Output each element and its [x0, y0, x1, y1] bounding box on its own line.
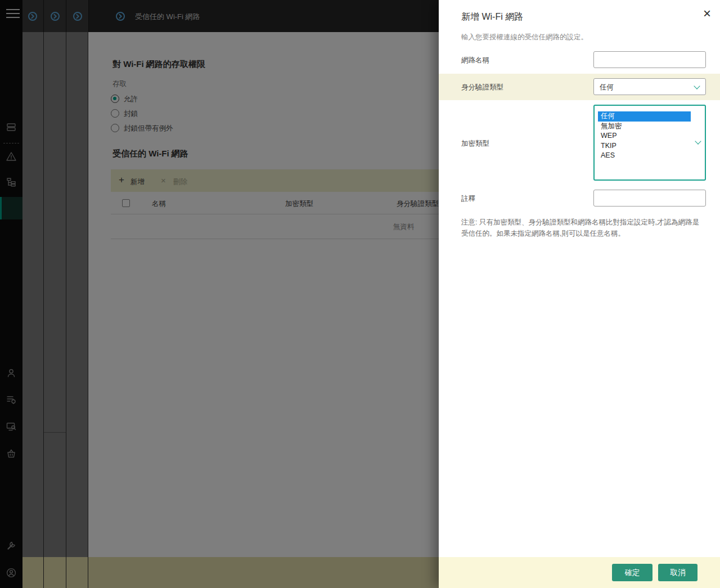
add-wifi-drawer: 新增 Wi-Fi 網路 × 輸入您要授權連線的受信任網路的設定。 網路名稱 身分…	[439, 0, 720, 588]
comment-input[interactable]	[593, 190, 706, 207]
chevron-down-icon	[695, 138, 701, 144]
cancel-button[interactable]: 取消	[658, 564, 698, 581]
drawer-title: 新增 Wi-Fi 網路	[461, 11, 523, 23]
encryption-type-label: 加密類型	[461, 139, 489, 149]
option-tkip[interactable]: TKIP	[598, 141, 691, 151]
drawer-footer: 確定 取消	[439, 557, 720, 588]
encryption-type-listbox[interactable]: 任何 無加密 WEP TKIP AES	[593, 105, 706, 181]
close-icon[interactable]: ×	[703, 7, 711, 20]
drawer-subtitle: 輸入您要授權連線的受信任網路的設定。	[461, 33, 588, 42]
ok-button[interactable]: 確定	[612, 564, 652, 581]
network-name-input[interactable]	[593, 51, 706, 68]
option-wep[interactable]: WEP	[598, 131, 691, 141]
option-any[interactable]: 任何	[598, 111, 691, 122]
auth-type-label: 身分驗證類型	[461, 83, 503, 92]
auth-type-value: 任何	[600, 83, 614, 92]
option-aes[interactable]: AES	[598, 151, 691, 161]
network-name-label: 網路名稱	[461, 56, 489, 65]
chevron-down-icon	[694, 83, 700, 89]
option-no-encryption[interactable]: 無加密	[598, 122, 691, 132]
auth-type-select[interactable]: 任何	[593, 78, 706, 95]
drawer-note: 注意: 只有加密類型、身分驗證類型和網路名稱比對指定設定時,才認為網路是受信任的…	[461, 217, 704, 239]
comment-label: 註釋	[461, 194, 475, 204]
